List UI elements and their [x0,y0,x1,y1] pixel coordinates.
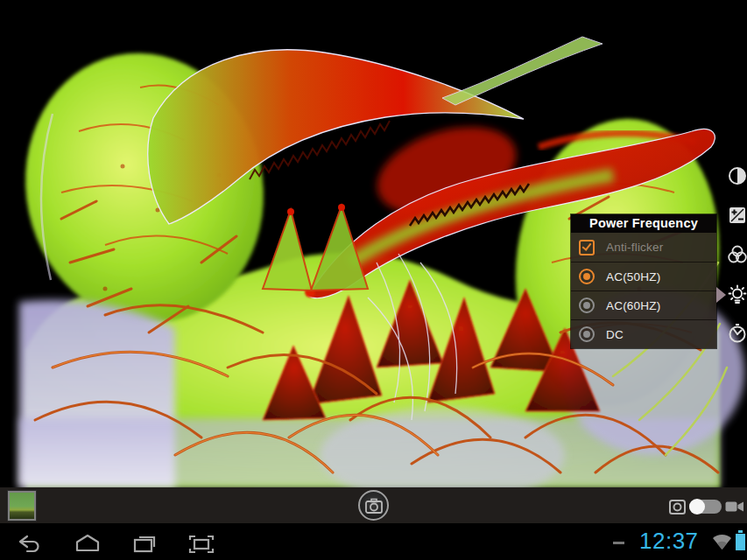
option-ac-60hz[interactable]: AC(60HZ) [571,290,716,319]
exposure-icon [726,204,747,227]
battery-icon[interactable] [736,530,745,552]
radio-selected-icon [579,269,595,284]
back-button[interactable] [15,528,46,560]
radio-unselected-icon [579,326,595,342]
shutter-button[interactable] [358,490,389,521]
contrast-icon [726,164,747,187]
system-nav-bar [0,523,747,560]
option-ac-50hz[interactable]: AC(50HZ) [571,262,716,290]
option-anti-flicker[interactable]: Anti-flicker [571,233,716,262]
brightness-icon [726,284,747,306]
home-icon [72,528,103,560]
radio-unselected-icon [579,298,595,313]
toggle-knob [689,499,705,514]
gallery-thumbnail[interactable] [8,491,36,521]
wifi-icon[interactable] [711,532,733,554]
timer-button[interactable] [726,322,747,345]
still-camera-icon [669,499,686,514]
screenshot-icon [186,528,217,560]
color-balance-icon [726,243,747,266]
option-label: Anti-flicker [606,241,663,254]
camera-icon [363,496,384,515]
option-label: AC(60HZ) [606,299,660,312]
option-label: DC [606,328,624,341]
popup-options: Anti-flicker AC(50HZ) AC(60HZ) DC [571,233,716,348]
status-clock[interactable]: 12:37 [639,528,699,555]
exposure-button[interactable] [726,204,747,227]
capture-mode-group [669,497,744,516]
recent-apps-button[interactable] [129,528,160,560]
photo-video-toggle[interactable] [689,500,722,514]
power-frequency-popup: Power Frequency Anti-flicker AC(50HZ) AC… [571,214,716,348]
app-screen: Power Frequency Anti-flicker AC(50HZ) AC… [0,0,747,560]
video-camera-icon [725,500,744,514]
color-balance-button[interactable] [726,243,747,266]
popup-callout-arrow [716,287,726,303]
screenshot-button[interactable] [186,528,217,560]
option-dc[interactable]: DC [571,319,716,348]
option-label: AC(50HZ) [606,270,660,284]
popup-title: Power Frequency [571,214,716,233]
recents-icon [129,528,160,560]
camera-bottom-bar [0,487,747,523]
timer-icon [726,322,747,345]
back-icon [15,528,46,560]
notification-dash-icon [613,542,624,544]
brightness-button[interactable] [726,284,747,306]
contrast-button[interactable] [726,164,747,187]
home-button[interactable] [72,528,103,560]
checkbox-checked-icon [579,240,595,256]
